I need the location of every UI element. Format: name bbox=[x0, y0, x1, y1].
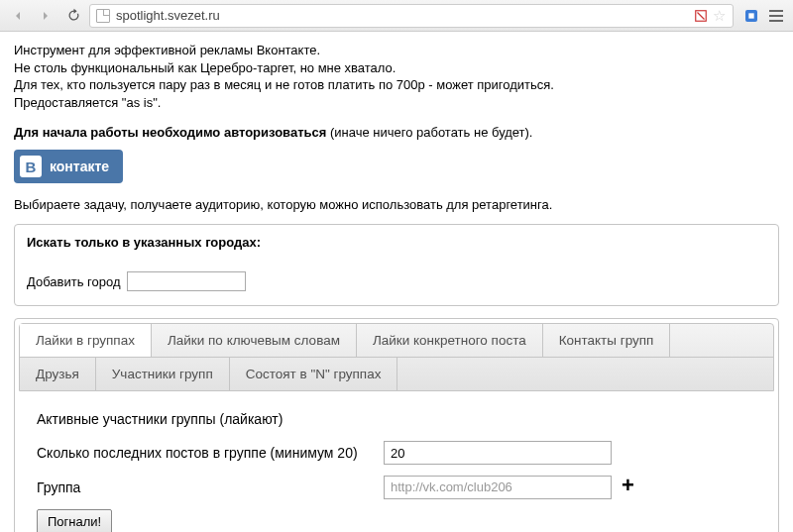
page-body: Инструмент для эффективной рекламы Вконт… bbox=[0, 32, 793, 532]
reload-button[interactable] bbox=[61, 4, 85, 28]
intro-line-2: Не столь функциональный как Церебро-тарг… bbox=[14, 59, 779, 77]
extension-icon[interactable] bbox=[741, 6, 761, 26]
tab-group-contacts[interactable]: Контакты групп bbox=[543, 324, 671, 357]
posts-count-input[interactable] bbox=[384, 441, 612, 465]
address-bar[interactable]: spotlight.svezet.ru ☆ bbox=[89, 4, 734, 28]
intro-line-3: Для тех, кто пользуется пару раз в месяц… bbox=[14, 76, 779, 94]
url-text: spotlight.svezet.ru bbox=[116, 8, 220, 23]
tab-in-n-groups[interactable]: Состоят в "N" группах bbox=[230, 358, 398, 390]
posts-count-label: Сколько последних постов в группе (миним… bbox=[37, 445, 374, 461]
vk-login-label: контакте bbox=[50, 159, 109, 174]
group-url-input[interactable] bbox=[384, 476, 612, 499]
add-city-row: Добавить город bbox=[27, 271, 766, 291]
tabstrip: Лайки в группах Лайки по ключевым словам… bbox=[19, 323, 774, 391]
add-group-icon[interactable]: + bbox=[622, 475, 634, 499]
add-city-label: Добавить город bbox=[27, 274, 121, 289]
tab-likes-in-groups[interactable]: Лайки в группах bbox=[20, 324, 152, 358]
tab-content: Активные участники группы (лайкают) Скол… bbox=[19, 391, 774, 532]
group-row: Группа + bbox=[37, 475, 756, 499]
tab-group-members[interactable]: Участники групп bbox=[96, 358, 230, 390]
auth-prompt-bold: Для начала работы необходимо авторизоват… bbox=[14, 125, 326, 140]
auth-prompt-rest: (иначе ничего работать не будет). bbox=[326, 125, 532, 140]
city-filter-heading: Искать только в указанных городах: bbox=[27, 235, 766, 250]
site-warning-icon[interactable] bbox=[693, 8, 709, 24]
tab-likes-of-post[interactable]: Лайки конкретного поста bbox=[357, 324, 543, 357]
group-label: Группа bbox=[37, 479, 374, 495]
intro-line-1: Инструмент для эффективной рекламы Вконт… bbox=[14, 42, 779, 59]
bookmark-star-icon[interactable]: ☆ bbox=[711, 8, 727, 24]
back-button[interactable] bbox=[6, 4, 30, 28]
intro-text: Инструмент для эффективной рекламы Вконт… bbox=[14, 42, 779, 111]
tab-friends[interactable]: Друзья bbox=[20, 358, 96, 390]
forward-button[interactable] bbox=[34, 4, 57, 28]
browser-menu-icon[interactable] bbox=[765, 5, 787, 27]
posts-count-row: Сколько последних постов в группе (миним… bbox=[37, 441, 756, 465]
tab-likes-by-keywords[interactable]: Лайки по ключевым словам bbox=[152, 324, 357, 357]
add-city-input[interactable] bbox=[127, 271, 246, 291]
city-filter-box: Искать только в указанных городах: Добав… bbox=[14, 224, 779, 306]
auth-prompt: Для начала работы необходимо авторизоват… bbox=[14, 125, 779, 140]
go-button[interactable]: Погнали! bbox=[37, 509, 112, 532]
vk-logo-icon: В bbox=[20, 156, 42, 177]
browser-toolbar: spotlight.svezet.ru ☆ bbox=[0, 0, 793, 32]
vk-login-button[interactable]: В контакте bbox=[14, 150, 123, 183]
subhead-text: Выбираете задачу, получаете аудиторию, к… bbox=[14, 197, 779, 212]
tabs-container: Лайки в группах Лайки по ключевым словам… bbox=[14, 318, 779, 532]
page-icon bbox=[96, 9, 110, 23]
panel-heading: Активные участники группы (лайкают) bbox=[37, 411, 756, 427]
intro-line-4: Предоставляется "as is". bbox=[14, 94, 779, 112]
